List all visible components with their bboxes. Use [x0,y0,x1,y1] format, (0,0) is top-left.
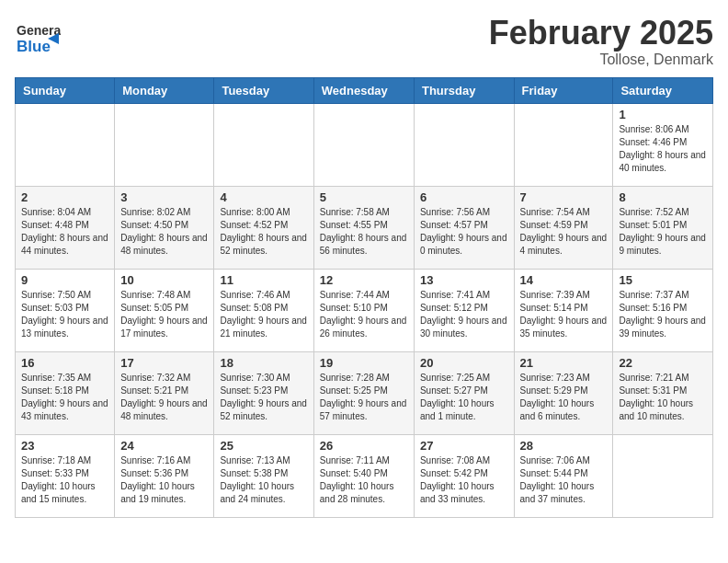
table-row: 7Sunrise: 7:54 AMSunset: 4:59 PMDaylight… [514,186,613,269]
table-row: 9Sunrise: 7:50 AMSunset: 5:03 PMDaylight… [16,269,115,351]
day-number: 19 [320,356,408,370]
table-row: 22Sunrise: 7:21 AMSunset: 5:31 PMDayligh… [613,351,713,434]
day-number: 21 [520,356,608,370]
table-row: 21Sunrise: 7:23 AMSunset: 5:29 PMDayligh… [514,351,613,434]
day-info: Sunrise: 7:48 AMSunset: 5:05 PMDaylight:… [120,289,208,340]
table-row [214,103,313,186]
day-info: Sunrise: 7:35 AMSunset: 5:18 PMDaylight:… [21,372,108,423]
day-info: Sunrise: 7:21 AMSunset: 5:31 PMDaylight:… [619,372,707,423]
day-info: Sunrise: 7:16 AMSunset: 5:36 PMDaylight:… [120,454,208,506]
day-info: Sunrise: 7:13 AMSunset: 5:38 PMDaylight:… [220,454,307,506]
calendar-week-row: 1Sunrise: 8:06 AMSunset: 4:46 PMDaylight… [16,103,713,186]
table-row [313,103,414,186]
table-row: 8Sunrise: 7:52 AMSunset: 5:01 PMDaylight… [613,186,713,269]
page-header: General Blue February 2025 Tollose, Denm… [15,15,713,68]
day-number: 24 [120,439,208,453]
calendar-week-row: 23Sunrise: 7:18 AMSunset: 5:33 PMDayligh… [16,434,713,517]
day-number: 2 [21,190,108,204]
day-info: Sunrise: 7:08 AMSunset: 5:42 PMDaylight:… [420,454,508,506]
col-monday: Monday [115,77,214,103]
day-number: 7 [520,190,608,204]
day-info: Sunrise: 7:56 AMSunset: 4:57 PMDaylight:… [420,206,508,258]
table-row [613,434,713,517]
day-info: Sunrise: 7:18 AMSunset: 5:33 PMDaylight:… [21,454,108,506]
table-row: 2Sunrise: 8:04 AMSunset: 4:48 PMDaylight… [16,186,115,269]
day-info: Sunrise: 7:39 AMSunset: 5:14 PMDaylight:… [520,289,608,340]
table-row: 10Sunrise: 7:48 AMSunset: 5:05 PMDayligh… [115,269,214,351]
calendar-title: February 2025 [489,15,713,52]
calendar-week-row: 9Sunrise: 7:50 AMSunset: 5:03 PMDaylight… [16,269,713,351]
table-row: 25Sunrise: 7:13 AMSunset: 5:38 PMDayligh… [214,434,313,517]
day-info: Sunrise: 7:58 AMSunset: 4:55 PMDaylight:… [320,206,408,258]
day-number: 11 [220,273,307,287]
day-info: Sunrise: 7:11 AMSunset: 5:40 PMDaylight:… [320,454,408,506]
table-row: 16Sunrise: 7:35 AMSunset: 5:18 PMDayligh… [16,351,115,434]
table-row: 13Sunrise: 7:41 AMSunset: 5:12 PMDayligh… [414,269,514,351]
day-number: 8 [619,190,707,204]
table-row: 15Sunrise: 7:37 AMSunset: 5:16 PMDayligh… [613,269,713,351]
day-number: 20 [420,356,508,370]
table-row: 26Sunrise: 7:11 AMSunset: 5:40 PMDayligh… [313,434,414,517]
day-info: Sunrise: 7:23 AMSunset: 5:29 PMDaylight:… [520,372,608,423]
svg-text:Blue: Blue [17,38,51,55]
svg-text:General: General [17,23,61,38]
day-number: 26 [320,439,408,453]
calendar-week-row: 2Sunrise: 8:04 AMSunset: 4:48 PMDaylight… [16,186,713,269]
calendar-week-row: 16Sunrise: 7:35 AMSunset: 5:18 PMDayligh… [16,351,713,434]
table-row: 24Sunrise: 7:16 AMSunset: 5:36 PMDayligh… [115,434,214,517]
title-block: February 2025 Tollose, Denmark [489,15,713,68]
table-row: 5Sunrise: 7:58 AMSunset: 4:55 PMDaylight… [313,186,414,269]
col-saturday: Saturday [613,77,713,103]
table-row: 20Sunrise: 7:25 AMSunset: 5:27 PMDayligh… [414,351,514,434]
table-row: 4Sunrise: 8:00 AMSunset: 4:52 PMDaylight… [214,186,313,269]
day-number: 3 [120,190,208,204]
table-row: 3Sunrise: 8:02 AMSunset: 4:50 PMDaylight… [115,186,214,269]
day-info: Sunrise: 8:02 AMSunset: 4:50 PMDaylight:… [120,206,208,258]
table-row: 18Sunrise: 7:30 AMSunset: 5:23 PMDayligh… [214,351,313,434]
day-info: Sunrise: 7:28 AMSunset: 5:25 PMDaylight:… [320,372,408,423]
table-row: 6Sunrise: 7:56 AMSunset: 4:57 PMDaylight… [414,186,514,269]
day-info: Sunrise: 8:04 AMSunset: 4:48 PMDaylight:… [21,206,108,258]
day-info: Sunrise: 7:44 AMSunset: 5:10 PMDaylight:… [320,289,408,340]
logo: General Blue [15,15,61,61]
day-number: 9 [21,273,108,287]
table-row: 1Sunrise: 8:06 AMSunset: 4:46 PMDaylight… [613,103,713,186]
day-number: 17 [120,356,208,370]
day-number: 22 [619,356,707,370]
day-number: 28 [520,439,608,453]
col-thursday: Thursday [414,77,514,103]
table-row: 14Sunrise: 7:39 AMSunset: 5:14 PMDayligh… [514,269,613,351]
day-number: 14 [520,273,608,287]
day-number: 15 [619,273,707,287]
day-number: 13 [420,273,508,287]
table-row: 19Sunrise: 7:28 AMSunset: 5:25 PMDayligh… [313,351,414,434]
col-tuesday: Tuesday [214,77,313,103]
day-number: 1 [619,108,707,121]
day-info: Sunrise: 8:00 AMSunset: 4:52 PMDaylight:… [220,206,307,258]
table-row: 11Sunrise: 7:46 AMSunset: 5:08 PMDayligh… [214,269,313,351]
day-info: Sunrise: 7:50 AMSunset: 5:03 PMDaylight:… [21,289,108,340]
day-info: Sunrise: 7:32 AMSunset: 5:21 PMDaylight:… [120,372,208,423]
day-number: 23 [21,439,108,453]
calendar-table: Sunday Monday Tuesday Wednesday Thursday… [15,77,713,518]
day-info: Sunrise: 7:25 AMSunset: 5:27 PMDaylight:… [420,372,508,423]
day-info: Sunrise: 7:46 AMSunset: 5:08 PMDaylight:… [220,289,307,340]
table-row [514,103,613,186]
col-friday: Friday [514,77,613,103]
table-row [414,103,514,186]
day-info: Sunrise: 7:52 AMSunset: 5:01 PMDaylight:… [619,206,707,258]
day-number: 5 [320,190,408,204]
day-number: 27 [420,439,508,453]
table-row [16,103,115,186]
day-number: 18 [220,356,307,370]
table-row: 17Sunrise: 7:32 AMSunset: 5:21 PMDayligh… [115,351,214,434]
col-sunday: Sunday [16,77,115,103]
day-number: 25 [220,439,307,453]
day-info: Sunrise: 7:30 AMSunset: 5:23 PMDaylight:… [220,372,307,423]
weekday-header-row: Sunday Monday Tuesday Wednesday Thursday… [16,77,713,103]
table-row: 28Sunrise: 7:06 AMSunset: 5:44 PMDayligh… [514,434,613,517]
day-info: Sunrise: 7:06 AMSunset: 5:44 PMDaylight:… [520,454,608,506]
day-info: Sunrise: 8:06 AMSunset: 4:46 PMDaylight:… [619,123,707,175]
day-info: Sunrise: 7:41 AMSunset: 5:12 PMDaylight:… [420,289,508,340]
day-number: 16 [21,356,108,370]
